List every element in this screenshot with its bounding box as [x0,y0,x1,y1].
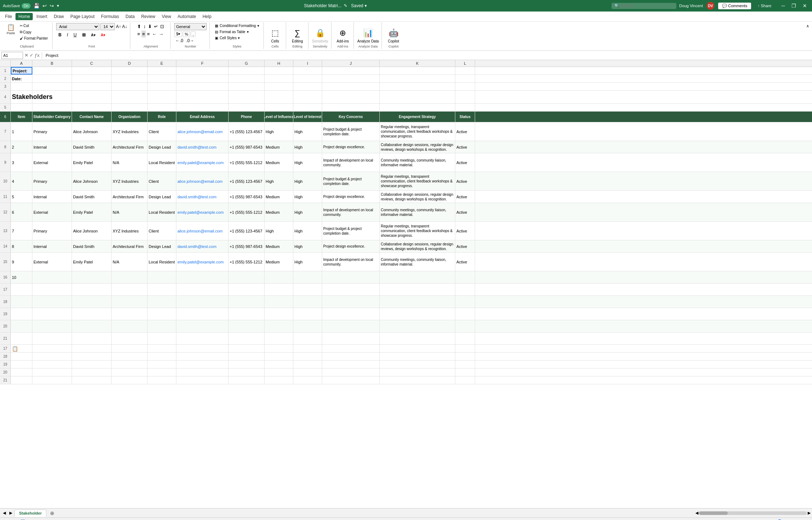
cell-empty[interactable] [455,361,475,368]
cell-strategy[interactable] [380,296,455,308]
cell-contact-name[interactable] [72,320,112,332]
cell-influence[interactable] [265,271,293,283]
cell-b4[interactable] [32,91,72,103]
cell-empty[interactable] [380,353,455,360]
cell-empty[interactable] [293,368,322,376]
cell-strategy[interactable]: Collaborative design sessions, regular d… [380,191,455,203]
cell-b6[interactable]: Stakeholder Category [32,112,72,122]
cell-empty[interactable] [148,353,176,360]
cell-d6[interactable]: Organization [112,112,148,122]
col-header-f[interactable]: F [176,60,229,67]
cell-strategy[interactable]: Collaborative design sessions, regular d… [380,240,455,252]
cell-d5[interactable] [112,104,148,111]
cell-contact-name[interactable]: Emily Patel [72,203,112,221]
cell-strategy[interactable]: Collaborative design sessions, regular d… [380,141,455,153]
cell-strategy[interactable] [380,333,455,344]
font-family-select[interactable]: Arial [56,23,99,30]
cell-status[interactable] [455,284,475,295]
save-icon[interactable]: 💾 [33,3,40,9]
cell-k1[interactable] [380,67,455,74]
cell-e3[interactable] [148,83,176,90]
col-header-j[interactable]: J [322,60,380,67]
cell-empty[interactable] [11,376,32,384]
horizontal-scrollbar-thumb[interactable] [699,511,728,515]
menu-view[interactable]: View [159,13,174,20]
undo-icon[interactable]: ↩ [42,3,47,9]
format-painter-button[interactable]: 🖌 Format Painter [18,36,49,41]
cell-strategy[interactable] [380,271,455,283]
cell-empty[interactable] [322,368,380,376]
cell-empty[interactable] [293,345,322,352]
menu-review[interactable]: Review [138,13,158,20]
cell-strategy[interactable] [380,320,455,332]
cell-empty[interactable] [72,345,112,352]
cell-category[interactable]: Internal [32,141,72,153]
cell-interest[interactable] [293,320,322,332]
cell-category[interactable] [32,308,72,320]
cell-empty[interactable] [265,353,293,360]
cell-empty[interactable] [176,345,229,352]
cell-e2[interactable] [148,75,176,82]
cell-row-num[interactable]: 6 [11,203,32,221]
cell-empty[interactable] [112,368,148,376]
cell-concerns[interactable]: Project design excellence. [322,240,380,252]
col-header-l[interactable]: L [455,60,475,67]
cell-i1[interactable] [293,67,322,74]
cell-row-num[interactable]: 5 [11,191,32,203]
cell-empty[interactable] [380,368,455,376]
cell-category[interactable]: External [32,153,72,172]
col-header-g[interactable]: G [229,60,265,67]
currency-icon[interactable]: $▾ [174,31,182,37]
menu-formulas[interactable]: Formulas [98,13,122,20]
restore-button[interactable]: ❐ [789,2,798,9]
cell-email[interactable] [176,296,229,308]
cell-k5[interactable] [380,104,455,111]
cell-empty[interactable] [322,376,380,384]
cell-influence[interactable]: Medium [265,153,293,172]
align-middle-icon[interactable]: ↕ [143,23,146,30]
cell-role[interactable]: Design Lead [148,240,176,252]
cell-phone[interactable]: +1 (555) 555-1212 [229,203,265,221]
menu-automate[interactable]: Automate [175,13,199,20]
menu-home[interactable]: Home [15,13,33,20]
cell-category[interactable]: Primary [32,172,72,190]
cell-empty[interactable] [72,368,112,376]
cell-influence[interactable]: Medium [265,253,293,271]
cell-empty[interactable] [380,361,455,368]
cell-interest[interactable] [293,271,322,283]
cell-empty[interactable] [455,353,475,360]
cell-interest[interactable]: High [293,172,322,190]
confirm-formula-icon[interactable]: ✓ [30,53,33,58]
scroll-right-icon[interactable]: ▶ [808,511,811,515]
cell-row-num[interactable]: 4 [11,172,32,190]
cell-row-num[interactable] [11,308,32,320]
cell-empty[interactable] [72,353,112,360]
cell-email[interactable]: emily.patel@example.com [176,203,229,221]
cell-empty[interactable] [32,368,72,376]
col-header-i[interactable]: I [293,60,322,67]
cell-j3[interactable] [322,83,380,90]
cell-role[interactable] [148,296,176,308]
cell-row-num[interactable] [11,284,32,295]
cell-organization[interactable]: XYZ Industries [112,222,148,240]
cell-b5[interactable] [32,104,72,111]
analyze-label-text[interactable]: Analyze Data [357,39,379,43]
cell-influence[interactable] [265,284,293,295]
cell-g1[interactable] [229,67,265,74]
cell-concerns[interactable]: Project budget & project completion date… [322,222,380,240]
cell-category[interactable] [32,271,72,283]
col-header-b[interactable]: B [32,60,72,67]
cell-influence[interactable] [265,320,293,332]
cell-influence[interactable] [265,333,293,344]
cell-category[interactable]: External [32,253,72,271]
search-bar[interactable]: 🔍 [612,3,676,9]
cell-empty[interactable] [293,353,322,360]
font-color-button[interactable]: A▾ [99,32,107,38]
cell-influence[interactable] [265,296,293,308]
cell-h6[interactable]: Level of Influence [265,112,293,122]
autosave-toggle[interactable]: On [22,3,31,9]
cell-organization[interactable]: Architectural Firm [112,141,148,153]
cell-empty[interactable] [322,345,380,352]
collapse-ribbon-button[interactable]: ∧ [805,22,811,30]
cell-organization[interactable]: XYZ Industries [112,122,148,141]
